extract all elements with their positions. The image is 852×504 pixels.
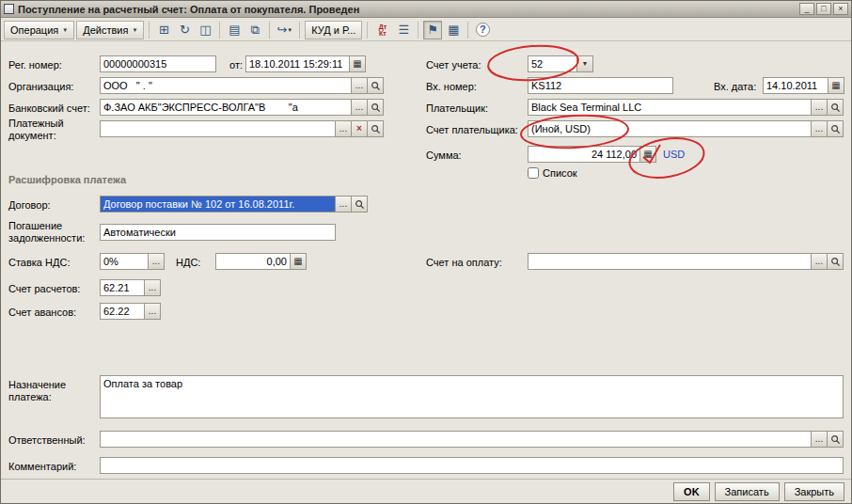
ellipsis-button[interactable]: ...	[352, 99, 368, 116]
responsible-field[interactable]	[100, 431, 812, 448]
comment-label: Комментарий:	[8, 461, 76, 473]
clear-icon[interactable]: ×	[352, 120, 368, 137]
magnifier-icon[interactable]	[828, 99, 844, 116]
payer-label: Плательщик:	[426, 102, 488, 115]
ellipsis-button[interactable]: ...	[336, 196, 352, 213]
section-title: Расшифровка платежа	[8, 174, 126, 185]
list-view-icon[interactable]: ⊞	[154, 21, 173, 39]
list-checkbox[interactable]	[528, 167, 539, 179]
in-number-field[interactable]	[528, 77, 673, 94]
amount-field[interactable]	[528, 146, 640, 163]
magnifier-icon[interactable]	[368, 120, 384, 137]
reg-date-field[interactable]	[245, 55, 350, 72]
chevron-down-icon: ▼	[132, 27, 137, 33]
close-button[interactable]: ×	[833, 3, 848, 15]
columns-icon[interactable]: ▦	[444, 21, 463, 39]
help-icon[interactable]: ?	[473, 21, 492, 39]
duplicate-icon[interactable]: ⧉	[245, 21, 264, 39]
purpose-label: Назначение платежа:	[8, 379, 88, 403]
contract-label: Договор:	[8, 199, 51, 212]
ellipsis-button[interactable]: ...	[352, 77, 368, 94]
currency-link[interactable]: USD	[663, 149, 685, 160]
calculator-icon[interactable]: ▦	[291, 253, 307, 270]
window-icon	[4, 4, 14, 14]
kud-button[interactable]: КУД и Р...	[305, 21, 362, 39]
magnifier-icon[interactable]	[828, 120, 844, 137]
account-field[interactable]	[528, 55, 577, 72]
chevron-down-icon: ▼	[287, 27, 292, 33]
payment-document-field[interactable]	[100, 120, 336, 137]
close-form-button[interactable]: Закрыть	[784, 482, 844, 501]
toolbar-separator	[467, 22, 468, 39]
list-checkbox-label: Список	[543, 167, 577, 179]
copy-icon[interactable]: ◫	[196, 21, 214, 39]
ellipsis-button[interactable]: ...	[145, 279, 161, 296]
ellipsis-button[interactable]: ...	[812, 431, 828, 448]
dt-kt-icon[interactable]: Дт Кт	[372, 21, 392, 39]
minimize-button[interactable]: _	[799, 3, 814, 15]
settlements-account-field[interactable]	[100, 279, 145, 296]
invoice-field[interactable]	[528, 253, 812, 270]
ellipsis-button[interactable]: ...	[149, 253, 165, 270]
magnifier-icon[interactable]	[368, 99, 384, 116]
in-date-field[interactable]	[763, 77, 828, 94]
chevron-down-icon: ▼	[582, 59, 589, 69]
operation-label: Операция	[10, 24, 58, 36]
payer-account-field[interactable]	[528, 120, 812, 137]
refresh-icon[interactable]: ↻	[175, 21, 194, 39]
calculator-icon[interactable]: ▦	[640, 146, 656, 163]
reg-date-label: от:	[229, 59, 243, 71]
ellipsis-button[interactable]: ...	[812, 253, 828, 270]
journal-icon[interactable]: ☰	[394, 21, 413, 39]
toolbar-separator	[418, 22, 418, 39]
vat-rate-field[interactable]	[100, 253, 149, 270]
organization-field[interactable]	[100, 77, 352, 94]
advances-account-field[interactable]	[100, 303, 145, 320]
calendar-icon[interactable]: ▦	[828, 77, 844, 94]
comment-field[interactable]	[100, 457, 844, 474]
repayment-label: Погашение задолженности:	[8, 220, 98, 244]
goto-icon[interactable]: ↪ ▼	[275, 21, 294, 39]
amount-label: Сумма:	[426, 150, 462, 162]
vat-amount-field[interactable]	[215, 253, 291, 270]
kud-label: КУД и Р...	[311, 24, 355, 36]
document-window: Поступление на расчетный счет: Оплата от…	[0, 0, 852, 504]
ellipsis-button[interactable]: ...	[812, 120, 828, 137]
calendar-icon[interactable]: ▦	[350, 55, 366, 72]
payer-field[interactable]	[528, 99, 812, 116]
magnifier-icon[interactable]	[828, 431, 844, 448]
operation-button[interactable]: Операция ▼	[4, 21, 74, 39]
title-bar: Поступление на расчетный счет: Оплата от…	[1, 1, 851, 18]
in-date-label: Вх. дата:	[714, 81, 756, 93]
organization-label: Организация:	[8, 81, 73, 93]
reg-number-field[interactable]	[100, 55, 216, 72]
repayment-field[interactable]	[100, 224, 336, 241]
magnifier-icon[interactable]	[352, 196, 368, 213]
ok-button[interactable]: OK	[673, 482, 710, 501]
purpose-field[interactable]: Оплата за товар	[100, 375, 844, 418]
toolbar-separator	[149, 22, 150, 39]
pin-icon[interactable]: ⚑	[423, 21, 442, 39]
list-checkbox-row: Список	[528, 167, 577, 179]
goto-arrow-icon: ↪	[276, 23, 287, 37]
magnifier-icon[interactable]	[368, 77, 384, 94]
save-button[interactable]: Записать	[715, 482, 780, 501]
in-number-label: Вх. номер:	[426, 81, 477, 93]
ellipsis-button[interactable]: ...	[145, 303, 161, 320]
ellipsis-button[interactable]: ...	[336, 120, 352, 137]
new-document-icon[interactable]: ▤	[225, 21, 244, 39]
advances-account-label: Счет авансов:	[8, 307, 76, 319]
toolbar-separator	[269, 22, 270, 39]
maximize-button[interactable]: □	[816, 3, 831, 15]
contract-field[interactable]	[100, 196, 336, 213]
bank-account-field[interactable]	[100, 99, 352, 116]
vat-amount-label: НДС:	[176, 257, 200, 269]
payment-document-label: Платежный документ:	[8, 118, 93, 142]
ellipsis-button[interactable]: ...	[812, 99, 828, 116]
toolbar-separator	[219, 22, 220, 39]
actions-button[interactable]: Действия ▼	[76, 21, 144, 39]
invoice-label: Счет на оплату:	[426, 257, 502, 269]
magnifier-icon[interactable]	[828, 253, 844, 270]
dropdown-icon: ▼	[577, 55, 593, 72]
reg-number-label: Рег. номер:	[8, 59, 62, 71]
